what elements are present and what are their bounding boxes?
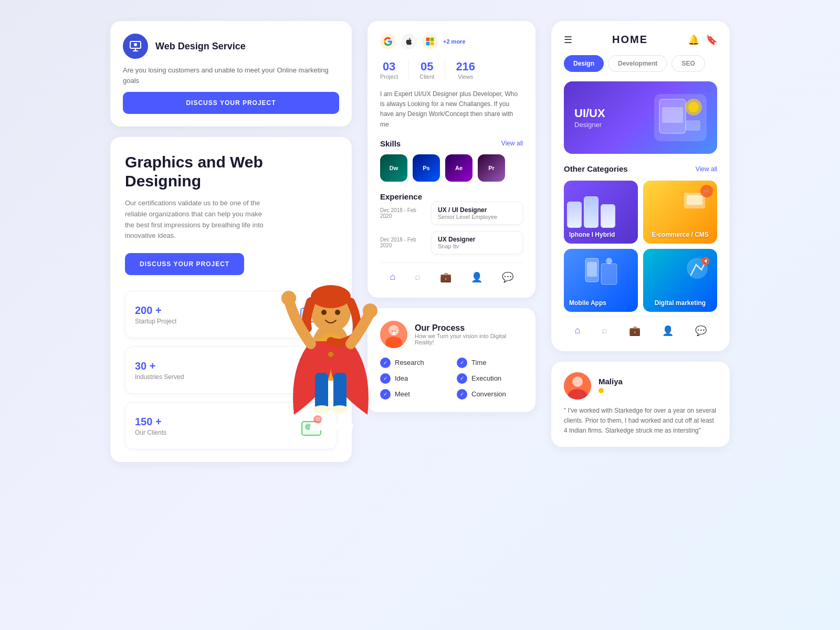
stat-label-1: Startup Project [135,318,176,325]
svg-point-17 [333,423,344,430]
mobile-apps-visual [567,252,635,296]
profile-card: +2 more 03 Project 05 Client 216 Views I… [368,21,536,298]
discuss-project-button-main[interactable]: DISCUSS YOUR PROJECT [125,253,244,275]
phone-nav-home[interactable]: ⌂ [574,325,580,337]
nav-briefcase-icon[interactable]: 💼 [440,271,452,283]
phone-nav-chat[interactable]: 💬 [695,325,707,337]
client-stat: 05 Client [419,60,434,80]
cat-card-mobile[interactable]: Mobile Apps [564,249,638,312]
tab-seo[interactable]: SEO [671,55,705,72]
graphics-title: Graphics and Web Designing [125,153,337,191]
skill-ps: Ps [413,154,440,182]
svg-point-13 [363,303,377,318]
views-label: Views [456,74,475,80]
project-count: 03 [380,60,398,74]
svg-rect-47 [686,120,700,131]
client-label: Client [419,74,434,80]
exp-sub-2: Snap Itv [438,243,516,249]
svg-rect-4 [315,373,328,410]
discuss-project-button-top[interactable]: DISCUSS YOUR PROJECT [123,92,339,114]
graphics-desc: Our certifications validate us to be one… [125,198,272,242]
nav-chat-icon[interactable]: 💬 [502,271,513,283]
nav-home-icon[interactable]: ⌂ [390,271,395,283]
svg-rect-49 [687,195,702,205]
other-categories-label: Other Categories [564,164,628,173]
cat-card-ecommerce[interactable]: 🛒 E-commerce / CMS [643,181,717,244]
hamburger-icon[interactable]: ☰ [564,34,572,46]
svg-text:📢: 📢 [703,258,709,265]
skill-dw: Dw [380,154,407,182]
svg-rect-34 [426,38,430,41]
stat-number-3: 150 + [135,416,166,428]
ecommerce-label: E-commerce / CMS [652,231,709,238]
nav-profile-icon[interactable]: 👤 [471,271,482,283]
svg-point-18 [345,422,353,430]
testimonial-name: Maliya [598,377,623,386]
exp-box-2: UX Designer Snap Itv [431,231,523,254]
testimonial-name-block: Maliya [598,377,623,395]
exp-row-1: Dec 2018 - Feb 2020 UX / UI Designer Sen… [380,202,523,225]
process-item-1: ✓ Research [380,358,446,368]
process-sub: How we Turn your vision into Digital Rea… [415,333,523,345]
process-header: ★ Our Process How we Turn your vision in… [380,321,523,348]
iphone-hybrid-label: Iphone I Hybrid [569,231,615,238]
experience-section: Experience Dec 2018 - Feb 2020 UX / UI D… [380,192,523,254]
web-design-card: Web Design Service Are you losing custom… [110,21,352,127]
testimonial-dot [598,388,604,393]
exp-sub-1: Senior Level Employee [438,214,516,220]
tab-row: Design Development SEO [564,55,717,72]
phone-nav-profile[interactable]: 👤 [662,325,674,337]
stat-label-2: Industries Served [135,373,184,381]
header-icons: 🔔 🔖 [688,34,717,46]
phone-nav-search[interactable]: ⌕ [602,325,607,337]
exp-title-2: UX Designer [438,236,516,243]
nav-search-icon[interactable]: ⌕ [415,271,421,283]
svg-point-6 [313,405,330,414]
process-item-5: ✓ Meet [380,389,446,400]
tab-design[interactable]: Design [564,55,604,72]
svg-rect-35 [430,38,434,41]
svg-point-9 [311,285,351,308]
views-stat: 216 Views [456,60,475,80]
left-panel: Web Design Service Are you losing custom… [110,21,352,462]
skills-view-all[interactable]: View all [501,140,523,147]
exp-date-2: Dec 2018 - Feb 2020 [380,237,425,248]
exp-row-2: Dec 2018 - Feb 2020 UX Designer Snap Itv [380,231,523,254]
hero-sub-text: Designer [574,121,605,129]
stat-label-3: Our Clients [135,429,166,436]
check-icon-6: ✓ [457,389,467,400]
profile-bottom-nav: ⌂ ⌕ 💼 👤 💬 [380,262,523,285]
iphone-mockup-3 [601,204,615,228]
skill-ae: Ae [445,154,472,182]
web-design-title: Web Design Service [155,41,246,52]
svg-point-16 [318,421,333,430]
hero-text: UI/UX Designer [574,107,605,128]
exp-title-1: UX / UI Designer [438,206,516,214]
hero-banner: UI/UX Designer [564,81,717,154]
svg-point-1 [134,43,137,46]
process-item-label-1: Research [395,359,424,366]
categories-section-row: Other Categories View all [564,164,717,173]
svg-point-14 [328,352,333,357]
svg-point-7 [331,405,348,414]
phone-nav-briefcase[interactable]: 💼 [629,325,640,337]
client-count: 05 [419,60,434,74]
iphone-mockup-1 [567,202,582,228]
right-panel: ☰ HOME 🔔 🔖 Design Development SEO UI/UX … [551,21,730,447]
svg-point-55 [606,258,612,264]
tab-development[interactable]: Development [608,55,667,72]
cat-card-digital[interactable]: 📢 Digital marketing [643,249,717,312]
cat-card-iphone[interactable]: Iphone I Hybrid [564,181,638,244]
testimonial-avatar [564,372,591,400]
digital-icon: 📢 [680,251,715,288]
bookmark-icon[interactable]: 🔖 [706,34,717,46]
microsoft-logo [422,34,438,49]
categories-view-all[interactable]: View all [696,165,717,173]
svg-point-12 [281,291,296,306]
mobile-apps-label: Mobile Apps [569,299,606,307]
skills-section-header: Skills View all [380,139,523,148]
profile-stats-row: 03 Project 05 Client 216 Views [380,60,523,80]
notification-icon[interactable]: 🔔 [688,34,699,46]
exp-date-1: Dec 2018 - Feb 2020 [380,207,425,219]
process-item-label-2: Time [471,359,486,366]
